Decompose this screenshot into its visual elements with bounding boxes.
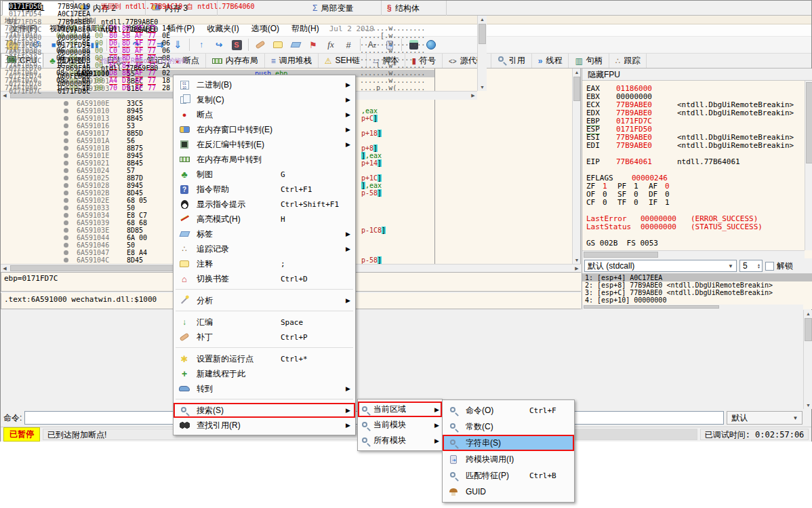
breakpoint-dot[interactable] [64,206,68,210]
graph-icon: ♣ [177,169,192,180]
argument-row[interactable]: 1: [esp+4] A0C17EEA [582,274,812,281]
instruction-bytes: 68 05 [127,197,147,204]
context-menu-item-3[interactable]: 在内存窗口中转到(E)▶ [174,122,355,137]
context-menu-item-14[interactable]: 分析▶ [174,293,355,308]
context-menu-item-7[interactable]: ?指令帮助Ctrl+F1 [174,182,355,197]
calling-convention-dropdown[interactable]: 默认 (stdcall) ▼ [584,260,737,272]
instruction-address: 6A591016 [77,122,109,130]
submenu-arrow-icon: ▶ [434,437,439,444]
argument-row[interactable]: 4: [esp+10] 00000000 [582,296,812,304]
breakpoint-dot[interactable] [64,146,68,151]
instruction-bytes: 56 [127,137,135,144]
register-row: CF0TF0IF1 [582,199,812,207]
instruction-address: 6A591025 [77,174,109,182]
context-menu-item-10[interactable]: 标签▶ [174,227,355,241]
context-menu-item-21[interactable]: 查找引用(R)▶ [174,418,355,433]
menu-item-label: 切换书签 [192,273,281,285]
context-menu-item-16[interactable]: 补丁Ctrl+P [174,330,355,345]
context-menu-item-20[interactable]: 搜索(S)▶ [174,403,355,418]
context-menu-item-17[interactable]: ✱设置新的运行点Ctrl+* [174,351,355,366]
breakpoint-dot[interactable] [64,109,68,113]
instruction-bytes: 50 [127,241,135,249]
breakpoint-dot[interactable] [64,168,68,173]
context-menu-item-0[interactable]: 01 10二进制(B)▶ [174,77,355,92]
breakpoint-dot[interactable] [64,123,68,128]
memory-map-icon [177,157,192,162]
breakpoint-dot[interactable] [64,198,68,203]
registers-vertical-scrollbar[interactable] [805,81,812,250]
breakpoint-dot[interactable] [64,176,68,180]
register-name: EDI [586,142,600,150]
context-menu-item-1[interactable]: 复制(C)▶ [174,92,355,107]
breakpoint-dot[interactable] [64,183,68,188]
argument-row[interactable]: 2: [esp+8] 77B9ABE0 <ntdll.DbgUiRemoteBr… [582,281,812,289]
breakpoint-dot[interactable] [64,161,68,165]
breakpoint-dot[interactable] [64,228,68,233]
registers-horizontal-scrollbar[interactable] [582,250,805,258]
instruction-address: 6A591047 [77,249,109,256]
breakpoint-dot[interactable] [64,220,68,225]
argument-row[interactable]: 3: [esp+C] 77B9ABE0 <ntdll.DbgUiRemoteBr… [582,289,812,296]
context-menu-item-5[interactable]: 在内存布局中转到 [174,152,355,167]
region-submenu-item-2[interactable]: 字符串(S) [443,435,574,451]
registers-area[interactable]: EAX01186000EBX00000000ECX77B9ABE0<ntdll.… [582,81,812,250]
search-all-modules-icon [361,437,369,445]
disassembly-vertical-scrollbar[interactable]: ▲ ▼ [572,69,581,264]
search-submenu-item-1[interactable]: 当前模块▶ [358,417,442,433]
search-string-icon [446,439,461,447]
breakpoint-dot[interactable] [64,250,68,255]
context-menu-item-12[interactable]: 注释; [174,256,355,271]
menu-item-label: 搜索(S) [192,405,281,416]
context-menu-item-2[interactable]: ●断点▶ [174,107,355,122]
breakpoint-dot[interactable] [64,101,68,106]
search-submenu-item-2[interactable]: 所有模块▶ [358,433,442,448]
calling-convention-row: 默认 (stdcall) ▼ 5 ▲▼ 解锁 [582,258,812,273]
breakpoint-dot[interactable] [64,138,68,143]
context-menu-item-6[interactable]: ♣制图G [174,167,355,182]
instruction-address: 6A591044 [77,234,109,241]
argument-count-spinner[interactable]: 5 ▲▼ [739,260,763,272]
context-menu-item-19[interactable]: 转到▶ [174,381,355,396]
instruction-fragment: p+C] [361,115,378,122]
breakpoint-dot[interactable] [64,191,68,195]
unlock-checkbox[interactable] [765,262,774,271]
search-submenu-item-0[interactable]: 当前区域▶ [358,402,442,417]
context-menu-item-8[interactable]: 显示指令提示Ctrl+Shift+F1 [174,197,355,212]
breakpoint-dot[interactable] [64,213,68,218]
instruction-segment: ,eax [365,152,382,159]
instruction-bytes: E8 A4 [127,249,147,256]
context-menu-item-15[interactable]: ↓汇编Space [174,315,355,330]
region-submenu-item-4[interactable]: 匹配特征(P)Ctrl+B [443,467,574,484]
register-name: LastStatus [586,223,631,231]
context-menu-item-13[interactable]: ⌂切换书签Ctrl+D [174,271,355,286]
region-submenu-item-1[interactable]: 常数(C) [443,418,574,435]
stack-vertical-scrollbar[interactable]: ▲ ▼ [803,310,812,409]
breakpoint-dot[interactable] [64,131,68,136]
breakpoint-dot[interactable] [64,235,68,240]
arguments-area[interactable]: 1: [esp+4] A0C17EEA2: [esp+8] 77B9ABE0 <… [582,273,812,305]
context-menu-item-4[interactable]: 在反汇编中转到(E)▶ [174,137,355,152]
region-submenu-item-3[interactable]: 跨模块调用(I) [443,451,574,467]
menu-item-shortcut: Ctrl+F [529,406,565,415]
arguments-horizontal-scrollbar[interactable] [582,305,803,309]
menu-item-shortcut: Ctrl+P [281,333,346,342]
context-menu-item-11[interactable]: ∴追踪记录▶ [174,241,355,256]
menu-separator [176,347,353,348]
label-icon [177,231,192,237]
breakpoint-dot[interactable] [64,153,68,158]
menu-item-label: 在内存布局中转到 [192,154,281,165]
spinner-arrows-icon[interactable]: ▲▼ [757,263,762,269]
command-profile-dropdown[interactable]: 默认 ▼ [727,411,803,425]
submenu-arrow-icon: ▶ [346,385,352,392]
breakpoint-dot[interactable] [64,116,68,121]
region-submenu-item-5[interactable]: GUID [443,484,574,500]
region-submenu-item-0[interactable]: 命令(O)Ctrl+F [443,402,574,418]
menu-item-label: 注释 [192,258,281,270]
flag-name: IF [649,199,657,207]
register-row: EIP77B64061ntdll.77B64061 [582,158,812,166]
context-menu-item-18[interactable]: +新建线程于此 [174,366,355,381]
mnemonic-brief-icon [177,200,192,209]
breakpoint-dot[interactable] [64,258,68,262]
context-menu-item-9[interactable]: 高亮模式(H)H [174,212,355,227]
breakpoint-dot[interactable] [64,243,68,248]
